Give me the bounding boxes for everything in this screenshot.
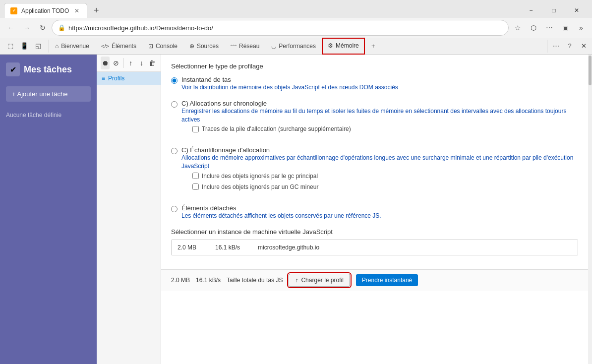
inclure-gcm-label[interactable]: Inclure des objets ignorés par un GC min… [202,183,318,190]
tab-close-btn[interactable]: ✕ [73,7,81,15]
up-btn[interactable]: ↑ [126,57,135,69]
devtools-toolbar-right: ⋯ ? ✕ [547,40,592,53]
delete-btn[interactable]: 🗑 [148,57,157,69]
devtools-toolbar: ⬚ 📱 ◱ ⌂ Bienvenue </> Éléments ⊡ Console… [0,38,592,55]
separator [123,58,123,68]
sidebar-item-profils[interactable]: ≡ Profils [97,72,161,85]
menu-icon[interactable]: ⋯ [542,21,556,35]
inclure-gc-label[interactable]: Inclure des objets ignorés par le gc pri… [202,173,318,180]
devtools-sidebar: ⏺ ⊘ ↑ ↓ 🗑 ≡ Profils [97,55,161,364]
allocations-title[interactable]: C) Allocations sur chronologie [181,100,267,107]
more-tabs-btn[interactable]: + [367,40,380,53]
vm-size: 2.0 MB [178,244,207,251]
profils-label: Profils [108,75,124,82]
help-btn[interactable]: ? [563,40,576,53]
address-bar-right: ☆ ⬡ ⋯ ▣ » [511,21,588,35]
tab-bar: ✔ Application TODO ✕ + − □ ✕ [0,0,592,18]
extensions-icon[interactable]: ⬡ [527,21,540,35]
close-devtools-btn[interactable]: ✕ [577,40,590,53]
add-task-btn[interactable]: + Ajouter une tâche [6,86,91,102]
favorites-icon[interactable]: ☆ [511,21,525,35]
tab-performances[interactable]: ◡ Performances [265,38,322,55]
devtools-bottom-bar: 2.0 MB 16.1 kB/s Taille totale du tas JS… [161,269,588,291]
devtools-main: Sélectionner le type de profilage Instan… [161,55,588,364]
url-bar[interactable]: 🔒 https://microsoftedge.github.io/Demos/… [52,20,509,36]
back-btn[interactable]: ← [4,21,18,35]
down-icon: ↓ [140,59,143,67]
instantane-content: Instantané de tas Voir la distribution d… [181,76,578,92]
clear-btn[interactable]: ⊘ [112,57,120,69]
profile-option-elements-detaches: Éléments détachés Les éléments détachés … [171,204,578,220]
tab-elements[interactable]: </> Éléments [95,38,142,55]
tab-sources[interactable]: ⊕ Sources [183,38,225,55]
close-btn[interactable]: ✕ [565,2,588,18]
inclure-gc-row: Inclure des objets ignorés par le gc pri… [192,173,578,180]
profiling-section-title: Sélectionner le type de profilage [171,62,578,70]
inclure-gcm-row: Inclure des objets ignorés par un GC min… [192,183,578,190]
instantane-radio[interactable] [171,77,178,84]
new-tab-btn[interactable]: + [89,3,103,17]
sidebar-toggle-icon[interactable]: ▣ [558,21,572,35]
more-options-btn[interactable]: ⋯ [549,40,562,53]
pointer-btn[interactable]: ◱ [32,40,45,53]
load-profile-btn[interactable]: ↑ Charger le profil [289,274,350,287]
action-toolbar: ⏺ ⊘ ↑ ↓ 🗑 [97,55,161,72]
load-profile-label: Charger le profil [301,277,343,284]
tab-favicon: ✔ [10,7,17,14]
tab-memoire[interactable]: ⚙ Mémoire [322,38,365,55]
clear-icon: ⊘ [113,59,119,67]
active-tab[interactable]: ✔ Application TODO ✕ [4,3,87,18]
tab-console[interactable]: ⊡ Console [142,38,183,55]
allocations-content: C) Allocations sur chronologie Enregistr… [181,100,578,139]
browser-chrome: ✔ Application TODO ✕ + − □ ✕ ← → ↻ 🔒 htt… [0,0,592,38]
reseau-label: Réseau [239,43,259,50]
traces-label[interactable]: Traces de la pile d'allocation (surcharg… [202,125,351,132]
more-icon[interactable]: » [574,21,588,35]
bottom-label: Taille totale du tas JS [227,277,283,284]
reference-js-link[interactable]: une référence JS [334,212,379,219]
memoire-icon: ⚙ [328,42,333,49]
scrollbar-thumb[interactable] [589,56,592,85]
devtools-toolbar-left: ⬚ 📱 ◱ [0,40,49,53]
elements-detaches-desc: Les éléments détachés affichent les obje… [181,212,578,220]
upload-icon: ↑ [295,277,298,284]
window-controls: − □ ✕ [520,2,588,18]
inspect-element-btn[interactable]: ⬚ [4,40,17,53]
minimize-btn[interactable]: − [520,2,542,18]
take-snapshot-btn[interactable]: Prendre instantané [356,274,418,286]
devtools-body: ✔ Mes tâches + Ajouter une tâche Aucune … [0,55,592,364]
echantillonnage-content: C) Échantillonnage d'allocation Allocati… [181,146,578,196]
profile-option-echantillonnage: C) Échantillonnage d'allocation Allocati… [171,146,578,196]
inclure-gcm-checkbox[interactable] [192,183,199,190]
vm-instance-row[interactable]: 2.0 MB 16.1 kB/s microsoftedge.github.io [172,240,578,255]
allocations-subsection: Traces de la pile d'allocation (surcharg… [192,125,578,132]
inclure-gc-checkbox[interactable] [192,173,199,179]
allocations-radio[interactable] [171,101,178,108]
tab-reseau[interactable]: 〰 Réseau [225,38,265,55]
lock-icon: 🔒 [58,24,65,31]
bienvenue-icon: ⌂ [55,43,59,50]
profils-icon: ≡ [102,75,105,82]
device-emulation-btn[interactable]: 📱 [18,40,31,53]
forward-btn[interactable]: → [20,21,34,35]
app-title: Mes tâches [24,64,72,75]
tab-bienvenue[interactable]: ⌂ Bienvenue [49,38,95,55]
record-btn[interactable]: ⏺ [101,57,110,69]
refresh-btn[interactable]: ↻ [36,21,50,35]
down-btn[interactable]: ↓ [137,57,146,69]
elements-detaches-title[interactable]: Éléments détachés [181,204,237,212]
restore-btn[interactable]: □ [542,2,565,18]
elements-label: Éléments [112,43,136,50]
url-text: https://microsoftedge.github.io/Demos/de… [68,24,502,32]
sources-label: Sources [197,43,219,50]
echantillonnage-radio[interactable] [171,148,178,154]
address-bar: ← → ↻ 🔒 https://microsoftedge.github.io/… [0,18,592,38]
traces-checkbox[interactable] [192,126,199,132]
scrollbar-track[interactable] [588,55,592,364]
performances-label: Performances [279,43,316,50]
instantane-title[interactable]: Instantané de tas [181,76,231,83]
memoire-label: Mémoire [336,42,359,49]
elements-detaches-radio[interactable] [171,206,178,212]
echantillonnage-title[interactable]: C) Échantillonnage d'allocation [181,146,270,154]
app-sidebar: ✔ Mes tâches + Ajouter une tâche Aucune … [0,55,97,364]
